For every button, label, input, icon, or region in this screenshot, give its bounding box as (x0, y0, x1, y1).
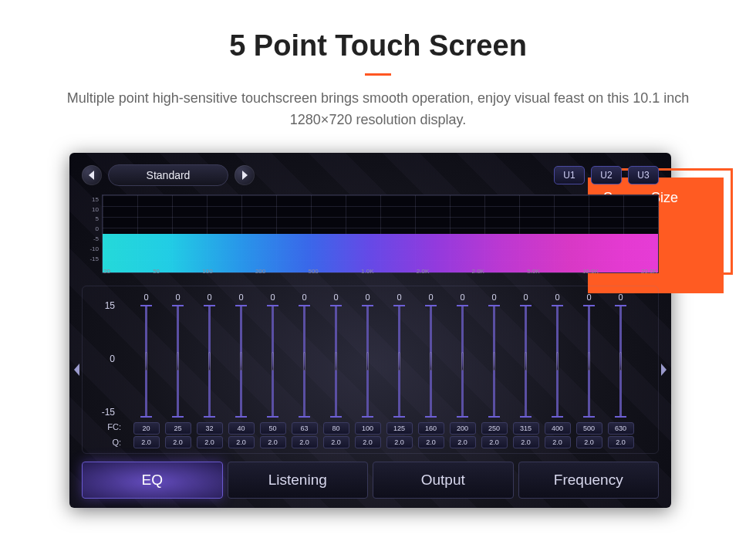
chevron-right-icon (241, 171, 248, 180)
band-slider[interactable] (430, 305, 432, 418)
band-slider[interactable] (493, 305, 495, 418)
band-slider[interactable] (366, 305, 369, 418)
slider-handle[interactable] (525, 352, 527, 370)
band-fc-chip[interactable]: 20 (133, 422, 160, 435)
band-fc-chip[interactable]: 100 (355, 422, 381, 435)
slider-handle[interactable] (177, 352, 179, 370)
eq-sliders-panel: 15 0 -15 FC: Q: 0202.00252.00322.00402.0… (82, 286, 659, 454)
band-q-chip[interactable]: 2.0 (355, 436, 381, 448)
bands-scroll-right-button[interactable] (655, 353, 672, 387)
band-fc-chip[interactable]: 500 (576, 422, 602, 435)
spectrum-canvas[interactable] (102, 195, 659, 273)
band-value: 0 (428, 293, 433, 303)
slider-handle[interactable] (303, 352, 305, 370)
band-q-chip[interactable]: 2.0 (165, 436, 191, 448)
slider-handle[interactable] (145, 352, 147, 370)
eq-band: 0802.0 (320, 293, 352, 448)
page-subtitle: Multiple point high-sensitive touchscree… (35, 88, 721, 131)
x-tick: 500 (308, 268, 318, 275)
y-tick: -5 (82, 235, 99, 242)
bands-scroll-left-button[interactable] (69, 353, 86, 387)
band-q-chip[interactable]: 2.0 (260, 436, 286, 448)
y-tick: 15 (82, 196, 99, 203)
band-value: 0 (365, 293, 370, 303)
slider-handle[interactable] (272, 352, 274, 370)
chevron-left-icon (88, 171, 96, 180)
band-q-chip[interactable]: 2.0 (386, 436, 413, 448)
band-slider[interactable] (398, 305, 400, 418)
eq-band: 01252.0 (383, 293, 415, 448)
slider-handle[interactable] (588, 352, 590, 370)
band-slider[interactable] (619, 305, 622, 418)
user-preset-2-button[interactable]: U2 (591, 166, 622, 184)
band-q-chip[interactable]: 2.0 (197, 436, 223, 448)
tab-eq[interactable]: EQ (82, 462, 223, 499)
preset-prev-button[interactable] (82, 165, 102, 185)
slider-handle[interactable] (461, 352, 464, 370)
bottom-tabs: EQ Listening Output Frequency (82, 462, 659, 499)
band-value: 0 (333, 293, 338, 303)
band-fc-chip[interactable]: 32 (197, 422, 223, 435)
band-fc-chip[interactable]: 200 (450, 422, 476, 435)
eq-scale-min: -15 (90, 407, 115, 418)
slider-handle[interactable] (240, 352, 242, 370)
band-slider[interactable] (240, 305, 242, 418)
band-fc-chip[interactable]: 160 (418, 422, 444, 435)
slider-handle[interactable] (430, 352, 432, 370)
preset-select[interactable]: Standard (108, 164, 228, 186)
user-preset-3-button[interactable]: U3 (628, 166, 659, 184)
band-fc-chip[interactable]: 630 (608, 422, 634, 435)
spectrum-fill (103, 234, 658, 272)
band-slider[interactable] (556, 305, 559, 418)
band-q-chip[interactable]: 2.0 (481, 436, 508, 448)
band-q-chip[interactable]: 2.0 (608, 436, 634, 448)
band-fc-chip[interactable]: 250 (481, 422, 508, 435)
slider-handle[interactable] (556, 352, 559, 370)
band-fc-chip[interactable]: 25 (165, 422, 191, 435)
band-q-chip[interactable]: 2.0 (576, 436, 602, 448)
band-fc-chip[interactable]: 63 (292, 422, 318, 435)
band-q-chip[interactable]: 2.0 (418, 436, 444, 448)
band-fc-chip[interactable]: 80 (323, 422, 349, 435)
band-fc-chip[interactable]: 315 (513, 422, 539, 435)
band-slider[interactable] (208, 305, 211, 418)
band-q-chip[interactable]: 2.0 (228, 436, 255, 448)
band-q-chip[interactable]: 2.0 (545, 436, 571, 448)
band-q-chip[interactable]: 2.0 (513, 436, 539, 448)
band-fc-chip[interactable]: 400 (545, 422, 571, 435)
band-slider[interactable] (177, 305, 179, 418)
band-slider[interactable] (461, 305, 464, 418)
x-tick: 1.0K (361, 268, 373, 275)
tab-output[interactable]: Output (373, 462, 514, 499)
band-q-chip[interactable]: 2.0 (292, 436, 318, 448)
slider-handle[interactable] (335, 352, 337, 370)
band-fc-chip[interactable]: 40 (228, 422, 255, 435)
band-slider[interactable] (588, 305, 590, 418)
tab-frequency[interactable]: Frequency (518, 462, 660, 499)
band-slider[interactable] (335, 305, 337, 418)
band-q-chip[interactable]: 2.0 (133, 436, 160, 448)
band-slider[interactable] (525, 305, 527, 418)
band-fc-chip[interactable]: 125 (386, 422, 413, 435)
band-slider[interactable] (272, 305, 274, 418)
user-preset-1-button[interactable]: U1 (554, 166, 585, 184)
band-q-chip[interactable]: 2.0 (323, 436, 349, 448)
band-value: 0 (523, 293, 528, 303)
spectrum-plot: 15 10 5 0 -5 -10 -15 20 50 100 200 500 1… (82, 195, 659, 273)
preset-next-button[interactable] (235, 165, 255, 185)
band-fc-chip[interactable]: 50 (260, 422, 286, 435)
chevron-right-icon (660, 364, 667, 376)
slider-handle[interactable] (619, 352, 622, 370)
eq-band: 01002.0 (352, 293, 383, 448)
band-slider[interactable] (145, 305, 147, 418)
eq-band: 0322.0 (194, 293, 225, 448)
band-slider[interactable] (303, 305, 305, 418)
eq-bands: 0202.00252.00322.00402.00502.00632.00802… (130, 293, 636, 448)
slider-handle[interactable] (208, 352, 211, 370)
slider-handle[interactable] (366, 352, 369, 370)
slider-handle[interactable] (398, 352, 400, 370)
band-q-chip[interactable]: 2.0 (450, 436, 476, 448)
eq-y-scale: 15 0 -15 (90, 300, 115, 418)
tab-listening[interactable]: Listening (228, 462, 369, 499)
slider-handle[interactable] (493, 352, 495, 370)
